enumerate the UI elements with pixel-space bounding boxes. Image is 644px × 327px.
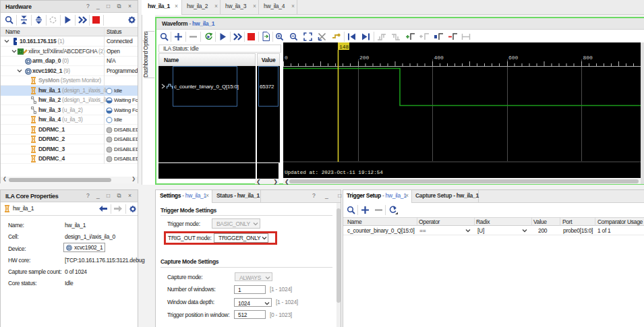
svg-text:0: 0 [285, 55, 288, 61]
svg-text:800: 800 [583, 55, 593, 61]
svg-text:200: 200 [359, 55, 370, 61]
svg-text:Updated at: 2023-Oct-11 19:12:: Updated at: 2023-Oct-11 19:12:54 [285, 170, 383, 175]
svg-text:400: 400 [434, 55, 444, 61]
svg-text:148: 148 [339, 44, 349, 50]
svg-text:600: 600 [508, 55, 519, 61]
